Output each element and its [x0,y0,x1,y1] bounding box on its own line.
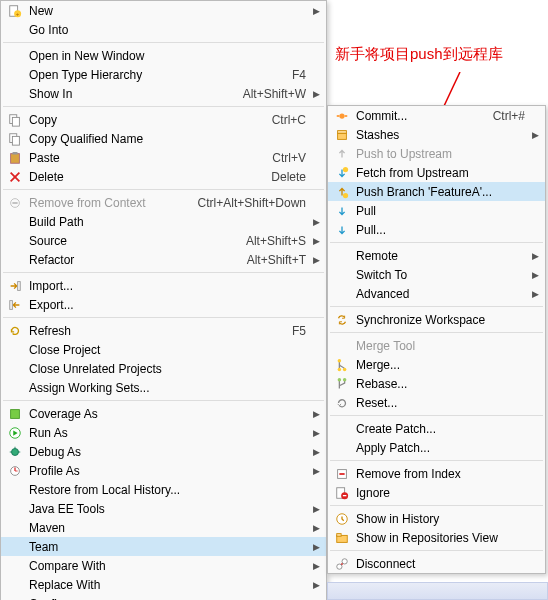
menu-item-label: Remove from Context [25,196,190,210]
svg-rect-16 [11,409,20,418]
right_menu-item-stashes[interactable]: Stashes▶ [328,125,545,144]
left_menu-item-new[interactable]: +New▶ [1,1,326,20]
menu-item-label: Disconnect [352,557,525,571]
blank-icon [5,48,25,64]
right_menu-item-remote[interactable]: Remote▶ [328,246,545,265]
submenu-arrow-icon: ▶ [306,89,320,99]
right_menu-item-ignore[interactable]: Ignore [328,483,545,502]
copy-icon [5,112,25,128]
menu-item-label: Apply Patch... [352,441,525,455]
left_menu-item-go-into[interactable]: Go Into [1,20,326,39]
blank-icon [5,233,25,249]
left_menu-item-import[interactable]: Import... [1,276,326,295]
left_menu-item-refactor[interactable]: RefactorAlt+Shift+T▶ [1,250,326,269]
left_menu-item-assign-working-sets[interactable]: Assign Working Sets... [1,378,326,397]
svg-point-49 [342,558,347,563]
blank-icon [332,421,352,437]
left_menu-item-replace-with[interactable]: Replace With▶ [1,575,326,594]
import-icon [5,278,25,294]
submenu-arrow-icon: ▶ [306,504,320,514]
left_menu-item-maven[interactable]: Maven▶ [1,518,326,537]
menu-item-shortcut: Ctrl+# [485,109,525,123]
blank-icon [332,248,352,264]
right_menu-item-merge[interactable]: Merge... [328,355,545,374]
left_menu-item-export[interactable]: Export... [1,295,326,314]
menu-item-label: Import... [25,279,306,293]
right_menu-item-switch-to[interactable]: Switch To▶ [328,265,545,284]
right_menu-item-fetch-from-upstream[interactable]: Fetch from Upstream [328,163,545,182]
commit-icon [332,108,352,124]
right_menu-item-synchronize-workspace[interactable]: Synchronize Workspace [328,310,545,329]
ignore-icon [332,485,352,501]
blank-icon [5,252,25,268]
left_menu-item-close-project[interactable]: Close Project [1,340,326,359]
stash-icon [332,127,352,143]
submenu-arrow-icon: ▶ [306,561,320,571]
svg-rect-8 [11,153,20,163]
left_menu-item-close-unrelated-projects[interactable]: Close Unrelated Projects [1,359,326,378]
svg-rect-7 [12,136,19,145]
right_menu-item-push-to-upstream: Push to Upstream [328,144,545,163]
left_menu-item-source[interactable]: SourceAlt+Shift+S▶ [1,231,326,250]
right_menu-item-push-branch-featurea[interactable]: Push Branch 'FeatureA'... [328,182,545,201]
right_menu-item-apply-patch[interactable]: Apply Patch... [328,438,545,457]
right_menu-item-disconnect[interactable]: Disconnect [328,554,545,573]
menu-item-label: Reset... [352,396,525,410]
left_menu-item-copy-qualified-name[interactable]: Copy Qualified Name [1,129,326,148]
right_menu-item-pull[interactable]: Pull [328,201,545,220]
menu-item-label: Ignore [352,486,525,500]
right_menu-item-pull[interactable]: Pull... [328,220,545,239]
menu-item-label: Build Path [25,215,306,229]
merge-icon [332,357,352,373]
menu-item-label: Advanced [352,287,525,301]
svg-rect-46 [337,533,341,536]
right_menu-item-show-in-history[interactable]: Show in History [328,509,545,528]
menu-item-label: Paste [25,151,264,165]
left_menu-item-delete[interactable]: DeleteDelete [1,167,326,186]
menu-item-label: Show In [25,87,235,101]
left_menu-item-configure[interactable]: Configure▶ [1,594,326,600]
push-up-icon [332,146,352,162]
right_menu-item-create-patch[interactable]: Create Patch... [328,419,545,438]
left_menu-item-debug-as[interactable]: Debug As▶ [1,442,326,461]
paste-icon [5,150,25,166]
left_menu-item-build-path[interactable]: Build Path▶ [1,212,326,231]
menu-separator [3,42,324,43]
left_menu-item-open-in-new-window[interactable]: Open in New Window [1,46,326,65]
left_menu-item-team[interactable]: Team▶ [1,537,326,556]
rebase-icon [332,376,352,392]
left_menu-item-refresh[interactable]: RefreshF5 [1,321,326,340]
sync-icon [332,312,352,328]
blank-icon [332,440,352,456]
blank-icon [5,361,25,377]
menu-item-shortcut: Alt+Shift+T [239,253,306,267]
left_menu-item-paste[interactable]: PasteCtrl+V [1,148,326,167]
left_menu-item-open-type-hierarchy[interactable]: Open Type HierarchyF4 [1,65,326,84]
right_menu-item-remove-from-index[interactable]: Remove from Index [328,464,545,483]
menu-item-label: Stashes [352,128,525,142]
svg-rect-14 [18,281,21,290]
svg-point-37 [338,377,342,381]
left_menu-item-coverage-as[interactable]: Coverage As▶ [1,404,326,423]
right_menu-item-reset[interactable]: Reset... [328,393,545,412]
left_menu-item-compare-with[interactable]: Compare With▶ [1,556,326,575]
blank-icon [5,558,25,574]
menu-item-label: Open in New Window [25,49,306,63]
menu-separator [3,272,324,273]
menu-item-label: New [25,4,306,18]
run-icon [5,425,25,441]
right_menu-item-commit[interactable]: Commit...Ctrl+# [328,106,545,125]
right_menu-item-show-in-repositories-view[interactable]: Show in Repositories View [328,528,545,547]
svg-point-36 [343,367,347,371]
left_menu-item-profile-as[interactable]: Profile As▶ [1,461,326,480]
right_menu-item-advanced[interactable]: Advanced▶ [328,284,545,303]
menu-item-label: Team [25,540,306,554]
menu-item-label: Profile As [25,464,306,478]
left_menu-item-copy[interactable]: CopyCtrl+C [1,110,326,129]
left_menu-item-run-as[interactable]: Run As▶ [1,423,326,442]
right_menu-item-rebase[interactable]: Rebase... [328,374,545,393]
menu-item-label: Push to Upstream [352,147,525,161]
left_menu-item-show-in[interactable]: Show InAlt+Shift+W▶ [1,84,326,103]
left_menu-item-java-ee-tools[interactable]: Java EE Tools▶ [1,499,326,518]
left_menu-item-restore-from-local-history[interactable]: Restore from Local History... [1,480,326,499]
